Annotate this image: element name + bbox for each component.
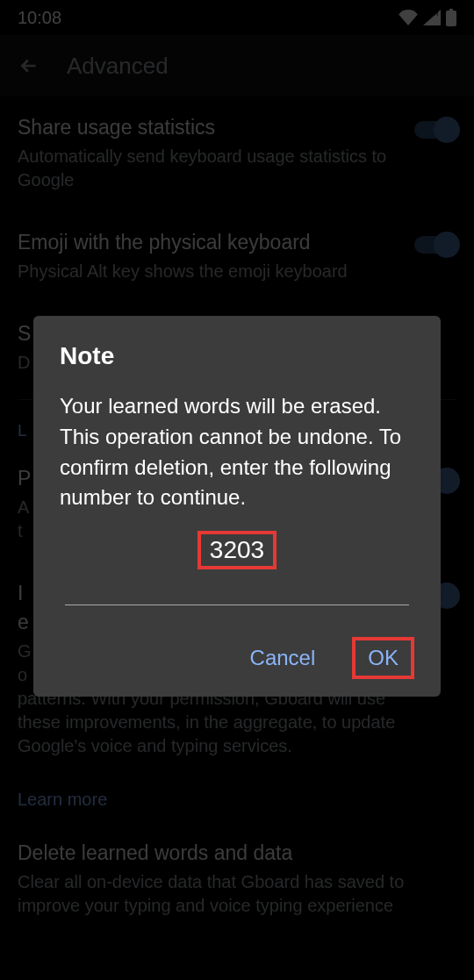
cancel-button[interactable]: Cancel [240,639,327,677]
code-input[interactable] [65,604,409,605]
confirmation-code: 3203 [198,531,276,569]
ok-button[interactable]: OK [352,637,414,679]
confirm-dialog: Note Your learned words will be erased. … [33,316,441,697]
dialog-title: Note [60,342,414,370]
dialog-actions: Cancel OK [60,637,414,679]
dialog-body: Your learned words will be erased. This … [60,391,414,513]
